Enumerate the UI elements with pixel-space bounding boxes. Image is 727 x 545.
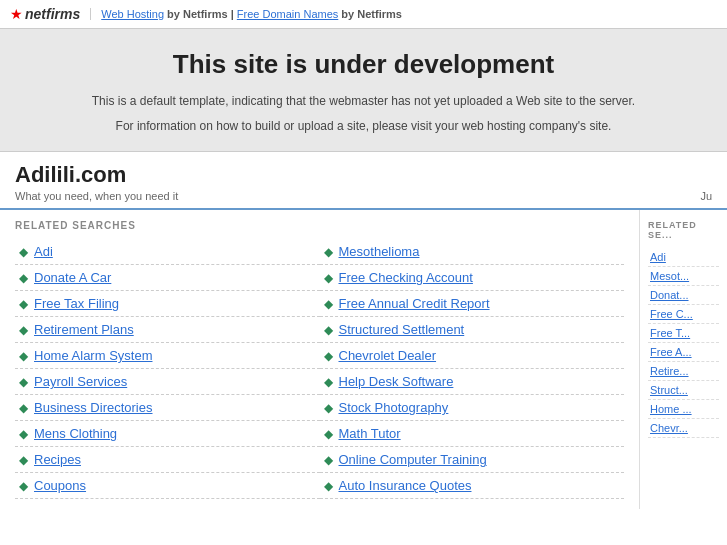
search-link[interactable]: Chevrolet Dealer — [339, 348, 437, 363]
search-link[interactable]: Donate A Car — [34, 270, 111, 285]
under-dev-title: This site is under development — [40, 49, 687, 80]
arrow-icon: ◆ — [324, 375, 333, 389]
list-item: ◆Help Desk Software — [320, 369, 625, 395]
arrow-icon: ◆ — [19, 479, 28, 493]
right-search-link[interactable]: Chevr... — [650, 422, 688, 434]
right-search-link[interactable]: Free C... — [650, 308, 693, 320]
search-link[interactable]: Auto Insurance Quotes — [339, 478, 472, 493]
search-link[interactable]: Free Tax Filing — [34, 296, 119, 311]
under-development-section: This site is under development This is a… — [0, 29, 727, 152]
list-item: ◆Free Checking Account — [320, 265, 625, 291]
search-link[interactable]: Online Computer Training — [339, 452, 487, 467]
search-link[interactable]: Math Tutor — [339, 426, 401, 441]
list-item: ◆Mesothelioma — [320, 239, 625, 265]
banner-links: Web Hosting by Netfirms | Free Domain Na… — [90, 8, 402, 20]
list-item: ◆Payroll Services — [15, 369, 320, 395]
search-link[interactable]: Free Annual Credit Report — [339, 296, 490, 311]
search-link[interactable]: Coupons — [34, 478, 86, 493]
arrow-icon: ◆ — [324, 401, 333, 415]
arrow-icon: ◆ — [19, 245, 28, 259]
arrow-icon: ◆ — [324, 427, 333, 441]
search-link[interactable]: Business Directories — [34, 400, 153, 415]
list-item: ◆Chevrolet Dealer — [320, 343, 625, 369]
list-item: Adi — [648, 248, 719, 267]
right-search-link[interactable]: Free T... — [650, 327, 690, 339]
list-item: ◆Retirement Plans — [15, 317, 320, 343]
arrow-icon: ◆ — [19, 375, 28, 389]
arrow-icon: ◆ — [19, 349, 28, 363]
site-header-date: Ju — [700, 190, 712, 202]
search-link[interactable]: Help Desk Software — [339, 374, 454, 389]
list-item: ◆Online Computer Training — [320, 447, 625, 473]
list-item: Struct... — [648, 381, 719, 400]
arrow-icon: ◆ — [19, 453, 28, 467]
arrow-icon: ◆ — [324, 271, 333, 285]
list-item: ◆Coupons — [15, 473, 320, 499]
search-col-2: ◆Mesothelioma◆Free Checking Account◆Free… — [320, 239, 625, 499]
logo-name: netfirms — [25, 6, 80, 22]
right-search-link[interactable]: Home ... — [650, 403, 692, 415]
list-item: ◆Structured Settlement — [320, 317, 625, 343]
list-item: ◆Home Alarm System — [15, 343, 320, 369]
right-search-link[interactable]: Retire... — [650, 365, 689, 377]
arrow-icon: ◆ — [19, 297, 28, 311]
list-item: ◆Free Tax Filing — [15, 291, 320, 317]
search-link[interactable]: Retirement Plans — [34, 322, 134, 337]
search-link[interactable]: Recipes — [34, 452, 81, 467]
by-label-1: by — [167, 8, 183, 20]
right-search-link[interactable]: Mesot... — [650, 270, 689, 282]
search-link[interactable]: Payroll Services — [34, 374, 127, 389]
brand-name-1: Netfirms — [183, 8, 228, 20]
brand-name-2: Netfirms — [357, 8, 402, 20]
search-link[interactable]: Mesothelioma — [339, 244, 420, 259]
arrow-icon: ◆ — [324, 297, 333, 311]
list-item: ◆Free Annual Credit Report — [320, 291, 625, 317]
main-content: RELATED SEARCHES ◆Adi◆Donate A Car◆Free … — [0, 210, 727, 509]
arrow-icon: ◆ — [19, 427, 28, 441]
site-header-left: Adilili.com What you need, when you need… — [15, 162, 178, 202]
free-domain-link[interactable]: Free Domain Names — [237, 8, 338, 20]
search-link[interactable]: Adi — [34, 244, 53, 259]
search-link[interactable]: Free Checking Account — [339, 270, 473, 285]
logo-star-icon: ★ — [10, 6, 23, 22]
list-item: Free T... — [648, 324, 719, 343]
list-item: Mesot... — [648, 267, 719, 286]
search-link[interactable]: Structured Settlement — [339, 322, 465, 337]
search-columns: ◆Adi◆Donate A Car◆Free Tax Filing◆Retire… — [15, 239, 624, 499]
list-item: Donat... — [648, 286, 719, 305]
list-item: Free A... — [648, 343, 719, 362]
netfirms-logo: ★ netfirms — [10, 6, 80, 22]
top-banner: ★ netfirms Web Hosting by Netfirms | Fre… — [0, 0, 727, 29]
search-link[interactable]: Stock Photography — [339, 400, 449, 415]
arrow-icon: ◆ — [324, 245, 333, 259]
list-item: ◆Business Directories — [15, 395, 320, 421]
right-search-link[interactable]: Adi — [650, 251, 666, 263]
list-item: ◆Math Tutor — [320, 421, 625, 447]
arrow-icon: ◆ — [324, 323, 333, 337]
right-col-list: AdiMesot...Donat...Free C...Free T...Fre… — [648, 248, 719, 438]
right-search-link[interactable]: Donat... — [650, 289, 689, 301]
left-panel: RELATED SEARCHES ◆Adi◆Donate A Car◆Free … — [0, 210, 640, 509]
list-item: Chevr... — [648, 419, 719, 438]
list-item: ◆Donate A Car — [15, 265, 320, 291]
right-search-link[interactable]: Struct... — [650, 384, 688, 396]
arrow-icon: ◆ — [19, 401, 28, 415]
search-link[interactable]: Mens Clothing — [34, 426, 117, 441]
search-link[interactable]: Home Alarm System — [34, 348, 152, 363]
by-label-2: by — [341, 8, 357, 20]
search-col-1: ◆Adi◆Donate A Car◆Free Tax Filing◆Retire… — [15, 239, 320, 499]
list-item: ◆Mens Clothing — [15, 421, 320, 447]
list-item: ◆Recipes — [15, 447, 320, 473]
under-dev-line1: This is a default template, indicating t… — [40, 92, 687, 111]
arrow-icon: ◆ — [324, 349, 333, 363]
arrow-icon: ◆ — [19, 271, 28, 285]
web-hosting-link[interactable]: Web Hosting — [101, 8, 164, 20]
related-searches-right-label: RELATED SE... — [648, 220, 719, 240]
related-searches-label: RELATED SEARCHES — [15, 220, 624, 231]
list-item: ◆Adi — [15, 239, 320, 265]
right-search-link[interactable]: Free A... — [650, 346, 692, 358]
site-header: Adilili.com What you need, when you need… — [0, 152, 727, 210]
arrow-icon: ◆ — [324, 453, 333, 467]
under-dev-line2: For information on how to build or uploa… — [40, 117, 687, 136]
list-item: Retire... — [648, 362, 719, 381]
